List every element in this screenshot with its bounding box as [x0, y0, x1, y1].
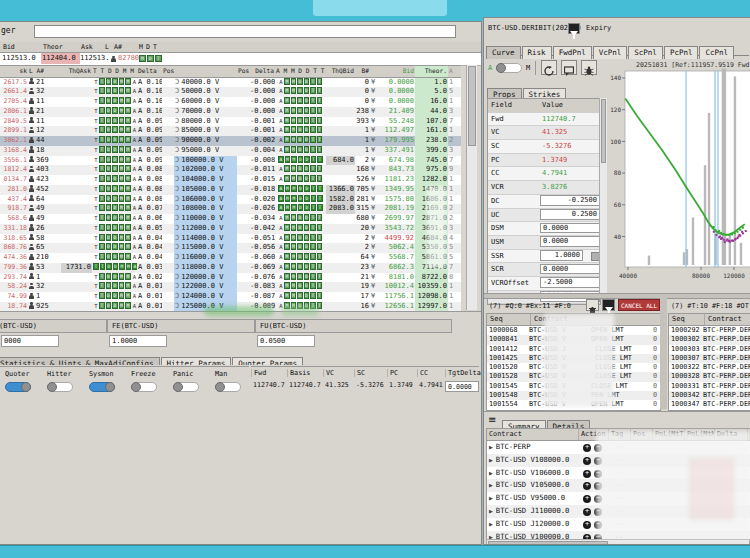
- flag-box-m[interactable]: M: [291, 214, 297, 221]
- flag-box-t[interactable]: T: [99, 185, 105, 192]
- flag-box-t[interactable]: T: [99, 302, 105, 309]
- flag-box-d[interactable]: D: [297, 175, 303, 182]
- flag-box-d[interactable]: D: [297, 165, 303, 172]
- flag-box-d[interactable]: D: [297, 243, 303, 250]
- flag-box-d[interactable]: D: [304, 185, 310, 192]
- flag-box-t[interactable]: T: [310, 126, 316, 133]
- flag-box-t[interactable]: T: [310, 146, 316, 153]
- flag-box-t[interactable]: T: [310, 234, 316, 241]
- flag-box-d[interactable]: D: [106, 117, 112, 124]
- flag-box-a[interactable]: A: [278, 195, 284, 202]
- flag-box-t[interactable]: T: [99, 204, 105, 211]
- flag-box-d[interactable]: D: [106, 126, 112, 133]
- flag-box-t[interactable]: T: [310, 87, 316, 94]
- flag-box-t[interactable]: T: [317, 175, 323, 182]
- flag-box-t[interactable]: T: [99, 136, 105, 143]
- flag-box-d[interactable]: D: [304, 204, 310, 211]
- flag-box-d[interactable]: D: [297, 146, 303, 153]
- flag-box-t[interactable]: T: [310, 97, 316, 104]
- flag-box-m[interactable]: M: [119, 292, 125, 299]
- flag-box-t[interactable]: T: [317, 214, 323, 221]
- flag-box-m[interactable]: M: [119, 117, 125, 124]
- prop-input[interactable]: 0.0000: [540, 223, 600, 234]
- metric-value[interactable]: 0.0000: [445, 381, 479, 392]
- flag-box-d[interactable]: D: [106, 185, 112, 192]
- flag-box-m[interactable]: M: [125, 302, 131, 309]
- flag-box-t[interactable]: T: [310, 175, 316, 182]
- comment-button[interactable]: [561, 60, 577, 75]
- flag-box-t[interactable]: T: [310, 165, 316, 172]
- flag-box-m[interactable]: M: [119, 282, 125, 289]
- plus-circle-icon[interactable]: +: [583, 521, 591, 529]
- flag-box-m[interactable]: M: [119, 214, 125, 221]
- order-row[interactable]: 1001554BTC-USD VOPEN LMT0: [487, 400, 660, 409]
- flag-box-d[interactable]: D: [297, 224, 303, 231]
- flag-box-m[interactable]: M: [119, 175, 125, 182]
- tab-vcpnl[interactable]: VcPnl: [593, 46, 628, 59]
- flag-box-d[interactable]: D: [297, 97, 303, 104]
- flag-box-d[interactable]: D: [112, 107, 118, 114]
- flag-box-t[interactable]: T: [99, 107, 105, 114]
- expiry-filter-button[interactable]: [568, 23, 580, 34]
- expand-arrow-icon[interactable]: ▶: [489, 470, 493, 476]
- order-row[interactable]: 1001548BTC-USD VPEN LMT0: [487, 391, 660, 400]
- flag-box-d[interactable]: D: [297, 302, 303, 309]
- future-flag-m[interactable]: M: [139, 55, 146, 62]
- refresh-button[interactable]: [541, 60, 557, 75]
- position-row[interactable]: ▶BTC-USD J120000.0+−--: [487, 518, 750, 531]
- ladder-row[interactable]: 2806.121TTDDMMAA 0.100Ɔ70000.0 V-0.000AM…: [0, 107, 461, 117]
- ladder-row[interactable]: 2899.112TTDDMMAA 0.099Ɔ85000.0 V-0.001AM…: [0, 126, 461, 136]
- flag-box-d[interactable]: D: [106, 253, 112, 260]
- tab-fwdpnl[interactable]: FwdPnl: [553, 46, 592, 59]
- flag-box-t[interactable]: T: [99, 156, 105, 163]
- ladder-row[interactable]: 74.991TTDDMMAA 0.012Ɔ124000.0 V-0.087AMM…: [0, 292, 461, 302]
- hamburger-icon[interactable]: ≡: [488, 414, 496, 425]
- flag-box-m[interactable]: M: [119, 87, 125, 94]
- flag-box-t[interactable]: T: [311, 195, 317, 202]
- flag-box-t[interactable]: T: [317, 87, 323, 94]
- param-field-value[interactable]: 0000: [1, 335, 59, 347]
- order-row[interactable]: 1000303BTC-PERP.DERIBI: [669, 345, 750, 354]
- ladder-filter-input[interactable]: [34, 25, 456, 38]
- flag-box-t[interactable]: T: [310, 273, 316, 280]
- flag-box-m[interactable]: M: [291, 156, 297, 163]
- flag-box-m[interactable]: M: [125, 185, 131, 192]
- position-row[interactable]: ▶BTC-USD V105000.0+−--: [487, 479, 750, 492]
- flag-box-m[interactable]: M: [285, 185, 291, 192]
- minus-circle-icon[interactable]: −: [594, 444, 602, 452]
- flag-box-t[interactable]: T: [317, 97, 323, 104]
- prop-input[interactable]: 1.0000: [540, 250, 583, 261]
- plus-circle-icon[interactable]: +: [583, 457, 591, 465]
- flag-box-d[interactable]: D: [112, 185, 118, 192]
- flag-box-t[interactable]: T: [317, 224, 323, 231]
- flag-box-d[interactable]: D: [298, 204, 304, 211]
- flag-box-m[interactable]: M: [291, 107, 297, 114]
- flag-box-d[interactable]: D: [106, 282, 112, 289]
- flag-box-t[interactable]: T: [99, 292, 105, 299]
- flag-box-d[interactable]: D: [297, 78, 303, 85]
- flag-box-d[interactable]: D: [112, 253, 118, 260]
- flag-box-t[interactable]: T: [310, 292, 316, 299]
- flag-box-m[interactable]: M: [125, 204, 131, 211]
- flag-box-d[interactable]: D: [297, 234, 303, 241]
- flag-box-d[interactable]: D: [304, 126, 310, 133]
- flag-box-m[interactable]: M: [284, 97, 290, 104]
- flag-box-m[interactable]: M: [291, 175, 297, 182]
- flag-box-m[interactable]: M: [125, 282, 131, 289]
- flag-box-m[interactable]: M: [125, 156, 131, 163]
- taskbar-tab[interactable]: [313, 0, 447, 16]
- flag-box-m[interactable]: M: [291, 136, 297, 143]
- flag-box-d[interactable]: D: [304, 273, 310, 280]
- flag-box-t[interactable]: T: [99, 224, 105, 231]
- order-row[interactable]: 1000068BTC-USD VOPEN LMT0: [487, 326, 660, 335]
- flag-box-m[interactable]: M: [285, 195, 291, 202]
- toggle-quoter[interactable]: [5, 382, 31, 392]
- flag-box-m[interactable]: M: [119, 126, 125, 133]
- flag-box-m[interactable]: M: [291, 78, 297, 85]
- flag-box-m[interactable]: M: [284, 126, 290, 133]
- order-row[interactable]: 1000328BTC-PERP.DERIBI: [669, 372, 750, 381]
- flag-box-m[interactable]: M: [291, 282, 297, 289]
- flag-box-m[interactable]: M: [291, 243, 297, 250]
- order-row[interactable]: 1000322BTC-PERP.DERIBI: [669, 363, 750, 372]
- flag-box-d[interactable]: D: [297, 107, 303, 114]
